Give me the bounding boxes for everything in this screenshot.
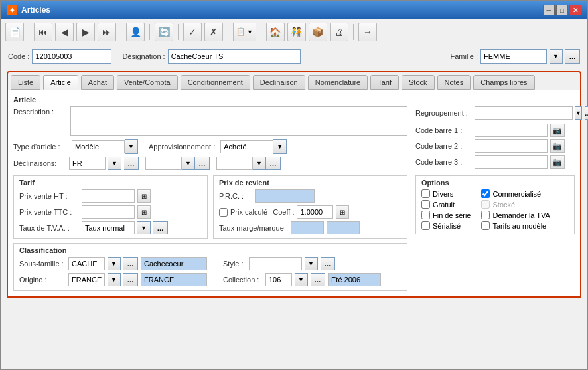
taux-marge-input-1[interactable] bbox=[291, 221, 324, 234]
famille-dropdown-btn[interactable]: ▼ bbox=[550, 49, 563, 64]
toolbar-first-btn[interactable]: ⏮ bbox=[34, 23, 52, 41]
maximize-button[interactable]: □ bbox=[556, 5, 568, 15]
code-input[interactable] bbox=[32, 49, 111, 64]
tab-achat[interactable]: Achat bbox=[81, 75, 114, 90]
famille-ellipsis-btn[interactable]: … bbox=[565, 49, 580, 64]
close-button[interactable]: ✕ bbox=[569, 5, 581, 15]
regroupement-input[interactable] bbox=[475, 106, 573, 120]
toolbar-check-btn[interactable]: ✓ bbox=[183, 23, 202, 41]
collection-ellipsis-btn[interactable]: … bbox=[311, 273, 325, 286]
toolbar-cancel-btn[interactable]: ✗ bbox=[204, 23, 223, 41]
declinaisons-ellipsis-btn-2[interactable]: … bbox=[195, 157, 210, 170]
toolbar-prev-btn[interactable]: ◀ bbox=[55, 23, 74, 41]
declinaisons-dropdown-btn-3[interactable]: ▼ bbox=[253, 157, 266, 170]
tab-declinaison[interactable]: Déclinaison bbox=[253, 75, 305, 90]
style-dropdown-btn[interactable]: ▼ bbox=[305, 257, 318, 270]
prix-ttc-calc-btn[interactable]: ⊞ bbox=[137, 205, 151, 219]
tab-nomenclature[interactable]: Nomenclature bbox=[308, 75, 368, 90]
origine-text-input[interactable] bbox=[141, 273, 207, 286]
sous-famille-dropdown-btn[interactable]: ▼ bbox=[108, 257, 121, 270]
toolbar-play-btn[interactable]: ▶ bbox=[76, 23, 95, 41]
prix-ttc-input[interactable] bbox=[82, 205, 135, 219]
code-barre2-camera-btn[interactable]: 📷 bbox=[550, 139, 565, 153]
style-input[interactable] bbox=[249, 257, 302, 270]
designation-label: Désignation : bbox=[122, 52, 165, 60]
tab-liste[interactable]: Liste bbox=[11, 75, 40, 90]
taux-marge-input-2[interactable] bbox=[327, 221, 360, 234]
prix-ht-input[interactable] bbox=[82, 189, 135, 203]
declinaisons-input[interactable] bbox=[69, 157, 106, 170]
toolbar-contacts-btn[interactable]: 🧑‍🤝‍🧑 bbox=[287, 23, 306, 41]
tabs-section: Liste Article Achat Vente/Compta Conditi… bbox=[7, 71, 581, 298]
toolbar-home-btn[interactable]: 🏠 bbox=[266, 23, 285, 41]
tab-tarif[interactable]: Tarif bbox=[370, 75, 399, 90]
taux-tva-input[interactable] bbox=[82, 221, 135, 234]
sous-famille-ellipsis-btn[interactable]: … bbox=[123, 257, 138, 270]
declinaisons-input-3[interactable] bbox=[216, 157, 253, 170]
commercialise-checkbox[interactable] bbox=[481, 189, 490, 198]
collection-input[interactable] bbox=[265, 273, 292, 286]
regroupement-dropdown-btn[interactable]: ▼ bbox=[575, 106, 582, 120]
prc-input[interactable] bbox=[255, 189, 315, 203]
fin-serie-label: Fin de série bbox=[433, 211, 471, 219]
approvisionnement-dropdown-btn[interactable]: ▼ bbox=[273, 139, 287, 154]
sous-famille-input[interactable] bbox=[68, 257, 105, 270]
toolbar-refresh-btn[interactable]: 🔄 bbox=[155, 23, 173, 41]
description-textarea[interactable] bbox=[70, 106, 407, 136]
prix-ht-calc-btn[interactable]: ⊞ bbox=[137, 189, 151, 203]
toolbar-report-dropdown[interactable]: 📋 ▼ bbox=[233, 23, 256, 41]
origine-ellipsis-btn[interactable]: … bbox=[123, 273, 138, 286]
famille-input[interactable] bbox=[480, 49, 547, 64]
toolbar-print-btn[interactable]: 🖨 bbox=[330, 23, 348, 41]
origine-input[interactable] bbox=[68, 273, 105, 286]
gratuit-checkbox[interactable] bbox=[421, 200, 430, 209]
designation-input[interactable] bbox=[168, 49, 301, 64]
serialise-checkbox[interactable] bbox=[421, 221, 430, 230]
tab-champs-libres[interactable]: Champs libres bbox=[473, 75, 534, 90]
minimize-button[interactable]: ─ bbox=[543, 5, 555, 15]
collection-dropdown-btn[interactable]: ▼ bbox=[295, 273, 308, 286]
regroupement-ellipsis-btn[interactable]: … bbox=[585, 106, 588, 120]
coeff-calc-btn[interactable]: ⊞ bbox=[336, 205, 349, 219]
approvisionnement-input[interactable] bbox=[220, 140, 273, 153]
demander-tva-checkbox[interactable] bbox=[481, 211, 490, 219]
style-ellipsis-btn[interactable]: … bbox=[321, 257, 335, 270]
tab-vente-compta[interactable]: Vente/Compta bbox=[117, 75, 178, 90]
declinaisons-dropdown-btn-2[interactable]: ▼ bbox=[182, 157, 195, 170]
declinaisons-dropdown-btn-1[interactable]: ▼ bbox=[108, 157, 121, 170]
serialise-label: Sérialisé bbox=[433, 222, 461, 230]
prix-calcule-checkbox[interactable] bbox=[219, 208, 228, 217]
toolbar-arrow-btn[interactable]: → bbox=[358, 23, 377, 41]
type-input[interactable] bbox=[72, 140, 125, 153]
app-icon: ✦ bbox=[7, 5, 17, 15]
toolbar-user-btn[interactable]: 👤 bbox=[126, 23, 145, 41]
options-col-left: Divers Gratuit Fin de série bbox=[421, 189, 471, 230]
toolbar-doc-btn[interactable]: 📄 bbox=[5, 23, 24, 41]
code-barre3-input[interactable] bbox=[475, 155, 548, 169]
code-barre2-input[interactable] bbox=[475, 139, 548, 153]
collection-text-input[interactable] bbox=[328, 273, 381, 286]
tarifs-modele-checkbox[interactable] bbox=[481, 221, 490, 230]
code-barre1-camera-btn[interactable]: 📷 bbox=[550, 124, 565, 137]
type-dropdown-btn[interactable]: ▼ bbox=[125, 139, 138, 154]
code-barre1-input[interactable] bbox=[475, 124, 548, 137]
stocke-checkbox[interactable] bbox=[481, 200, 490, 209]
declinaisons-ellipsis-btn-1[interactable]: … bbox=[124, 157, 139, 170]
type-article-label: Type d'article : bbox=[13, 143, 66, 151]
toolbar-box-btn[interactable]: 📦 bbox=[309, 23, 327, 41]
declinaisons-ellipsis-btn-3[interactable]: … bbox=[266, 157, 281, 170]
tab-notes[interactable]: Notes bbox=[437, 75, 471, 90]
taux-tva-ellipsis-btn[interactable]: … bbox=[153, 221, 168, 234]
tab-article[interactable]: Article bbox=[43, 75, 78, 90]
tab-conditionnement[interactable]: Conditionnement bbox=[181, 75, 250, 90]
code-barre3-camera-btn[interactable]: 📷 bbox=[550, 155, 565, 169]
toolbar-last-btn[interactable]: ⏭ bbox=[98, 23, 116, 41]
tab-stock[interactable]: Stock bbox=[402, 75, 435, 90]
sous-famille-text-input[interactable] bbox=[141, 257, 207, 270]
coeff-input[interactable] bbox=[297, 205, 333, 219]
origine-dropdown-btn[interactable]: ▼ bbox=[108, 273, 121, 286]
declinaisons-input-2[interactable] bbox=[145, 157, 182, 170]
taux-tva-dropdown-btn[interactable]: ▼ bbox=[137, 221, 151, 234]
divers-checkbox[interactable] bbox=[421, 189, 430, 198]
fin-serie-checkbox[interactable] bbox=[421, 211, 430, 219]
